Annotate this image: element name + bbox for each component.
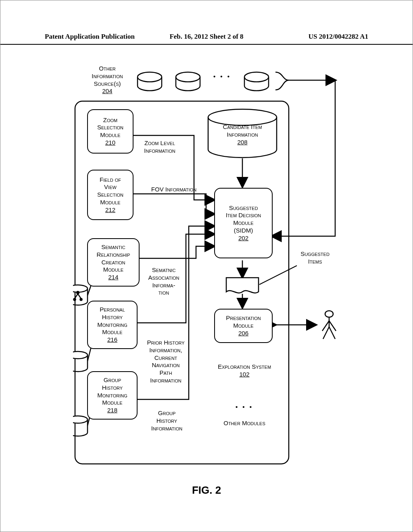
text: History — [102, 314, 123, 321]
text: Field of — [100, 176, 121, 184]
exploration-system-label: Exploration System 102 — [204, 363, 285, 378]
ref-202: 202 — [238, 235, 248, 242]
text: Group — [104, 376, 121, 384]
text: Module — [102, 399, 122, 407]
zoom-selection-module: Zoom Selection Module 210 — [87, 109, 133, 154]
svg-point-7 — [325, 311, 333, 317]
group-history-module: Group History Monitoring Module 218 — [87, 371, 138, 420]
semantic-relationship-module: Semantic Relationship Creation Module 21… — [87, 238, 140, 287]
text: Item Decision — [226, 212, 261, 219]
header-right: US 2012/0042282 A1 — [309, 33, 368, 41]
svg-line-12 — [329, 327, 335, 339]
text: Suggested — [229, 204, 258, 212]
text: Semantic — [101, 243, 125, 251]
text: Selection — [97, 124, 123, 131]
ref-102: 102 — [239, 371, 249, 378]
ref-210: 210 — [105, 139, 115, 147]
text: Module — [100, 199, 120, 206]
svg-line-18 — [88, 285, 91, 295]
text: Relationship — [97, 251, 130, 259]
text: Module — [100, 131, 120, 139]
text: Selection — [97, 191, 123, 199]
svg-line-5 — [259, 266, 297, 285]
svg-line-11 — [323, 327, 329, 339]
svg-point-13 — [77, 291, 79, 294]
header-rule — [0, 44, 413, 45]
text: Module — [233, 322, 253, 330]
svg-point-17 — [80, 299, 82, 301]
flow-prior-history: Prior History Information, Current Navig… — [142, 339, 190, 384]
svg-line-14 — [75, 294, 78, 299]
ref-218: 218 — [107, 407, 117, 414]
personal-history-module: Personal History Monitoring Module 216 — [87, 301, 138, 349]
text: Source(s) — [94, 80, 121, 87]
text: (SIDM) — [234, 227, 253, 235]
text: Module — [102, 328, 122, 336]
svg-line-15 — [78, 294, 81, 299]
svg-line-10 — [329, 321, 336, 331]
svg-line-9 — [322, 321, 329, 331]
page-header: Patent Application Publication Feb. 16, … — [45, 33, 368, 41]
flow-semantic-assoc: Sematnic Association Informa- tion — [142, 266, 186, 297]
fov-selection-module: Field of View Selection Module 212 — [87, 170, 133, 220]
text: Information — [227, 131, 258, 138]
svg-point-16 — [74, 299, 76, 301]
text: Zoom — [103, 116, 117, 124]
text: Information — [92, 73, 123, 79]
ellipsis-bottom: • • • — [232, 403, 257, 411]
ref-216: 216 — [107, 336, 117, 344]
text: Presentation — [226, 314, 261, 322]
candidate-item-info-label: Candidate Item Information 208 — [212, 123, 273, 146]
figure-2: Other Information Source(s) 204 • • • Zo… — [73, 65, 347, 476]
presentation-module: Presentation Module 206 — [214, 309, 273, 343]
svg-line-19 — [88, 347, 91, 361]
ref-214: 214 — [108, 274, 118, 281]
text: Personal — [100, 306, 125, 314]
text: Module — [233, 219, 253, 227]
text: History — [102, 384, 123, 392]
flow-fov-info: FOV Information — [142, 186, 206, 193]
ellipsis-top: • • • — [210, 73, 234, 81]
text: Creation — [102, 259, 125, 266]
ref-208: 208 — [237, 139, 247, 145]
text: Other — [99, 65, 116, 72]
other-info-sources-label: Other Information Source(s) 204 — [81, 65, 133, 95]
figure-caption: FIG. 2 — [0, 484, 413, 497]
text: Monitoring — [97, 321, 127, 329]
text: Candidate Item — [223, 123, 262, 130]
header-left: Patent Application Publication — [45, 33, 135, 41]
text: Module — [103, 266, 123, 274]
ref-204: 204 — [102, 87, 112, 94]
text: View — [104, 183, 117, 191]
flow-zoom-level: Zoom Level Information — [138, 139, 182, 155]
flow-suggested-items: Suggested Items — [293, 250, 337, 266]
page: Patent Application Publication Feb. 16, … — [0, 0, 413, 532]
sidm-module: Suggested Item Decision Module (SIDM) 20… — [214, 188, 273, 258]
text: Monitoring — [97, 392, 127, 399]
ref-206: 206 — [238, 330, 248, 337]
other-modules-label: Other Modules — [214, 420, 275, 427]
ref-212: 212 — [105, 206, 115, 214]
flow-group-history: Group History Information — [144, 409, 190, 432]
text: Exploration System — [218, 363, 271, 370]
